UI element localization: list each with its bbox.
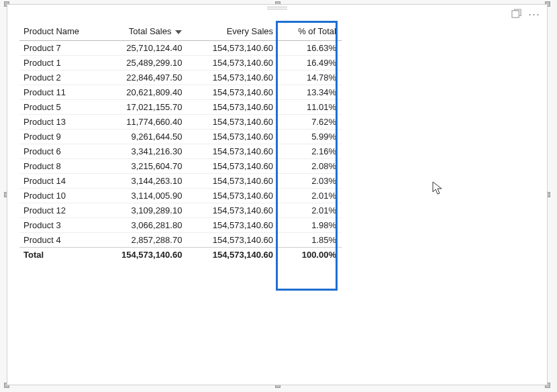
cell-sales: 2,857,288.70: [103, 233, 187, 248]
cell-name: Product 14: [19, 174, 103, 189]
table-row[interactable]: Product 103,114,005.90154,573,140.602.01…: [19, 189, 342, 203]
cell-every: 154,573,140.60: [187, 56, 278, 70]
cell-name: Product 6: [19, 144, 103, 159]
table-row[interactable]: Product 33,066,281.80154,573,140.601.98%: [19, 218, 342, 233]
drag-grip-icon[interactable]: [267, 7, 287, 9]
table-visual[interactable]: ··· Product Name Total Sales Every Sales…: [7, 4, 548, 385]
cell-pct: 2.08%: [278, 159, 342, 174]
cell-pct: 13.34%: [278, 85, 342, 100]
cell-sales: 3,144,263.10: [103, 174, 187, 189]
table-row[interactable]: Product 1311,774,660.40154,573,140.607.6…: [19, 115, 342, 130]
column-header-every[interactable]: Every Sales: [187, 23, 278, 41]
cell-pct: 7.62%: [278, 115, 342, 130]
total-label: Total: [19, 248, 103, 262]
cell-name: Product 9: [19, 130, 103, 144]
cell-every: 154,573,140.60: [187, 203, 278, 218]
table-row[interactable]: Product 1120,621,809.40154,573,140.6013.…: [19, 85, 342, 100]
total-pct: 100.00%: [278, 248, 342, 262]
cell-pct: 2.01%: [278, 189, 342, 203]
cell-name: Product 1: [19, 56, 103, 70]
cell-every: 154,573,140.60: [187, 85, 278, 100]
total-every: 154,573,140.60: [187, 248, 278, 262]
cell-pct: 5.99%: [278, 130, 342, 144]
table-row[interactable]: Product 83,215,604.70154,573,140.602.08%: [19, 159, 342, 174]
table-row[interactable]: Product 517,021,155.70154,573,140.6011.0…: [19, 100, 342, 115]
table-row[interactable]: Product 63,341,216.30154,573,140.602.16%: [19, 144, 342, 159]
cell-sales: 3,066,281.80: [103, 218, 187, 233]
cell-sales: 25,489,299.10: [103, 56, 187, 70]
cell-every: 154,573,140.60: [187, 41, 278, 56]
cell-every: 154,573,140.60: [187, 115, 278, 130]
column-header-name[interactable]: Product Name: [19, 23, 103, 41]
table-row[interactable]: Product 143,144,263.10154,573,140.602.03…: [19, 174, 342, 189]
cell-sales: 17,021,155.70: [103, 100, 187, 115]
svg-rect-0: [512, 11, 519, 17]
cell-every: 154,573,140.60: [187, 144, 278, 159]
cell-sales: 22,846,497.50: [103, 70, 187, 85]
total-row: Total154,573,140.60154,573,140.60100.00%: [19, 248, 342, 262]
cell-sales: 3,341,216.30: [103, 144, 187, 159]
cell-sales: 20,621,809.40: [103, 85, 187, 100]
cell-every: 154,573,140.60: [187, 189, 278, 203]
cell-sales: 11,774,660.40: [103, 115, 187, 130]
total-sales: 154,573,140.60: [103, 248, 187, 262]
cell-pct: 16.63%: [278, 41, 342, 56]
cell-pct: 2.16%: [278, 144, 342, 159]
cell-every: 154,573,140.60: [187, 159, 278, 174]
table-row[interactable]: Product 99,261,644.50154,573,140.605.99%: [19, 130, 342, 144]
cell-pct: 2.01%: [278, 203, 342, 218]
focus-mode-icon[interactable]: [511, 9, 521, 19]
cell-name: Product 13: [19, 115, 103, 130]
cell-pct: 1.98%: [278, 218, 342, 233]
cell-pct: 2.03%: [278, 174, 342, 189]
cell-name: Product 2: [19, 70, 103, 85]
table-row[interactable]: Product 725,710,124.40154,573,140.6016.6…: [19, 41, 342, 56]
cell-sales: 25,710,124.40: [103, 41, 187, 56]
cell-name: Product 8: [19, 159, 103, 174]
cell-every: 154,573,140.60: [187, 100, 278, 115]
sort-desc-icon: [175, 30, 182, 34]
data-table: Product Name Total Sales Every Sales % o…: [19, 23, 342, 262]
cell-sales: 3,215,604.70: [103, 159, 187, 174]
cell-every: 154,573,140.60: [187, 130, 278, 144]
cell-name: Product 11: [19, 85, 103, 100]
table-row[interactable]: Product 123,109,289.10154,573,140.602.01…: [19, 203, 342, 218]
more-options-icon[interactable]: ···: [528, 11, 540, 17]
cell-sales: 3,109,289.10: [103, 203, 187, 218]
cell-pct: 16.49%: [278, 56, 342, 70]
cell-every: 154,573,140.60: [187, 233, 278, 248]
cell-name: Product 3: [19, 218, 103, 233]
table-row[interactable]: Product 42,857,288.70154,573,140.601.85%: [19, 233, 342, 248]
column-header-sales[interactable]: Total Sales: [103, 23, 187, 41]
cell-name: Product 10: [19, 189, 103, 203]
cell-sales: 3,114,005.90: [103, 189, 187, 203]
table-row[interactable]: Product 222,846,497.50154,573,140.6014.7…: [19, 70, 342, 85]
cell-pct: 14.78%: [278, 70, 342, 85]
cell-sales: 9,261,644.50: [103, 130, 187, 144]
cell-name: Product 5: [19, 100, 103, 115]
cell-name: Product 4: [19, 233, 103, 248]
cell-name: Product 7: [19, 41, 103, 56]
table-row[interactable]: Product 125,489,299.10154,573,140.6016.4…: [19, 56, 342, 70]
cell-every: 154,573,140.60: [187, 174, 278, 189]
cell-pct: 1.85%: [278, 233, 342, 248]
cell-every: 154,573,140.60: [187, 218, 278, 233]
column-header-pct[interactable]: % of Total: [278, 23, 342, 41]
cell-name: Product 12: [19, 203, 103, 218]
cell-pct: 11.01%: [278, 100, 342, 115]
cell-every: 154,573,140.60: [187, 70, 278, 85]
